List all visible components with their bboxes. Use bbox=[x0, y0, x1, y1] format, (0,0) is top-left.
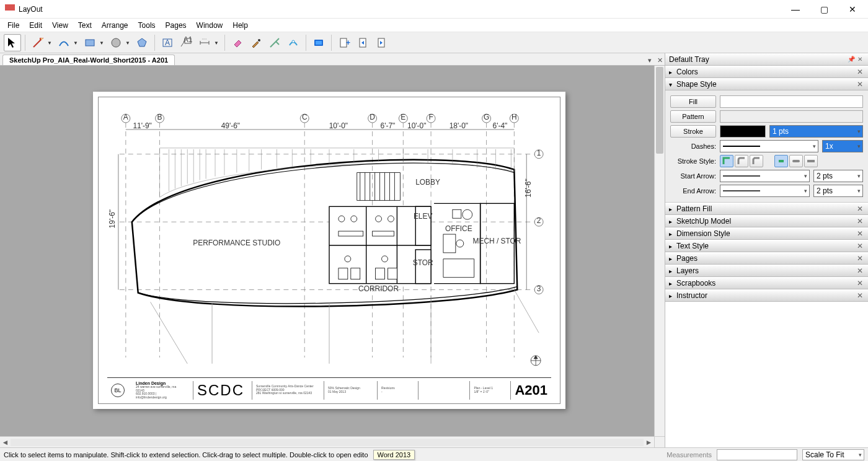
menu-view[interactable]: View bbox=[47, 20, 73, 31]
document-tab[interactable]: SketchUp Pro_AIA_Real-World_Short2015 - … bbox=[2, 55, 175, 65]
svg-text:19'-6": 19'-6" bbox=[108, 209, 117, 228]
stroke-width-combo[interactable]: 1 pts▾ bbox=[769, 125, 863, 138]
menu-file[interactable]: File bbox=[2, 20, 24, 31]
fill-toggle[interactable]: Fill bbox=[670, 95, 716, 108]
svg-point-104 bbox=[456, 240, 464, 247]
svg-text:11'-9": 11'-9" bbox=[133, 121, 151, 130]
scale-combo[interactable]: Scale To Fit▾ bbox=[802, 449, 864, 460]
svg-text:B: B bbox=[157, 113, 162, 121]
stroke-color-swatch[interactable] bbox=[720, 125, 766, 138]
label-tool[interactable]: A1 bbox=[177, 34, 195, 51]
svg-text:OFFICE: OFFICE bbox=[445, 224, 472, 233]
floor-plan-viewport[interactable]: A B C D E F G H 1 2 3 bbox=[107, 106, 551, 375]
sheet-number: A201 bbox=[515, 382, 547, 398]
panel-instructor[interactable]: ▸Instructor✕ bbox=[665, 289, 868, 302]
menu-pages[interactable]: Pages bbox=[161, 20, 192, 31]
dashes-combo[interactable]: ▾ bbox=[720, 140, 818, 152]
panel-text-style[interactable]: ▸Text Style✕ bbox=[665, 240, 868, 252]
svg-text:2: 2 bbox=[537, 216, 541, 225]
document-tabstrip: SketchUp Pro_AIA_Real-World_Short2015 - … bbox=[0, 53, 665, 66]
svg-point-91 bbox=[351, 216, 357, 222]
page-prev-button[interactable] bbox=[354, 34, 371, 51]
svg-point-97 bbox=[382, 256, 388, 262]
tray-header[interactable]: Default Tray 📌 ✕ bbox=[665, 53, 868, 66]
panel-dimension-style[interactable]: ▸Dimension Style✕ bbox=[665, 227, 868, 240]
menu-text[interactable]: Text bbox=[73, 20, 97, 31]
pattern-swatch[interactable] bbox=[720, 110, 863, 123]
close-button[interactable]: ✕ bbox=[838, 0, 867, 19]
circle-tool[interactable]: ▼ bbox=[107, 34, 125, 51]
menu-edit[interactable]: Edit bbox=[24, 20, 47, 31]
tab-close-button[interactable]: ✕ bbox=[655, 55, 665, 65]
tab-list-button[interactable]: ▾ bbox=[645, 55, 655, 65]
close-icon[interactable]: ✕ bbox=[856, 56, 864, 63]
pin-icon[interactable]: 📌 bbox=[847, 56, 856, 63]
minimize-button[interactable]: — bbox=[781, 0, 810, 19]
svg-text:F: F bbox=[428, 113, 433, 121]
close-icon[interactable]: ✕ bbox=[856, 279, 864, 288]
page-next-button[interactable] bbox=[373, 34, 390, 51]
close-icon[interactable]: ✕ bbox=[856, 68, 864, 76]
svg-text:MECH / STOR: MECH / STOR bbox=[473, 237, 521, 245]
dash-scale-combo[interactable]: 1x▾ bbox=[822, 140, 863, 152]
start-arrow-size-combo[interactable]: 2 pts▾ bbox=[813, 170, 863, 182]
measurements-input[interactable] bbox=[717, 449, 797, 460]
close-icon[interactable]: ✕ bbox=[856, 254, 864, 263]
panel-layers[interactable]: ▸Layers✕ bbox=[665, 265, 868, 277]
vertical-scrollbar[interactable] bbox=[654, 66, 665, 436]
rectangle-tool[interactable]: ▼ bbox=[81, 34, 99, 51]
toolbar-separator bbox=[224, 35, 225, 51]
menu-window[interactable]: Window bbox=[192, 20, 228, 31]
corner-bevel-icon[interactable] bbox=[750, 155, 763, 167]
corner-miter-icon[interactable] bbox=[720, 155, 733, 167]
close-icon[interactable]: ✕ bbox=[856, 291, 864, 300]
fill-swatch[interactable] bbox=[720, 95, 863, 108]
line-tool[interactable]: ▼ bbox=[29, 34, 46, 51]
svg-rect-100 bbox=[376, 268, 385, 279]
corner-round-icon[interactable] bbox=[735, 155, 748, 167]
close-icon[interactable]: ✕ bbox=[856, 217, 864, 226]
menu-help[interactable]: Help bbox=[228, 20, 253, 31]
split-tool[interactable] bbox=[266, 34, 283, 51]
status-hint: Click to select items to manipulate. Shi… bbox=[4, 451, 368, 459]
panel-pages[interactable]: ▸Pages✕ bbox=[665, 252, 868, 265]
panel-sketchup-model[interactable]: ▸SketchUp Model✕ bbox=[665, 215, 868, 227]
close-icon[interactable]: ✕ bbox=[856, 80, 864, 89]
start-arrow-combo[interactable]: ▾ bbox=[720, 170, 810, 182]
end-arrow-size-combo[interactable]: 2 pts▾ bbox=[813, 185, 863, 197]
document-area: SketchUp Pro_AIA_Real-World_Short2015 - … bbox=[0, 53, 665, 447]
dimension-tool[interactable]: ▼ bbox=[196, 34, 213, 51]
close-icon[interactable]: ✕ bbox=[856, 204, 864, 213]
cap-round-icon[interactable] bbox=[789, 155, 803, 167]
arc-tool[interactable]: ▼ bbox=[55, 34, 73, 51]
eraser-tool[interactable] bbox=[229, 34, 246, 51]
cap-square-icon[interactable] bbox=[804, 155, 818, 167]
end-arrow-combo[interactable]: ▾ bbox=[720, 185, 810, 197]
close-icon[interactable]: ✕ bbox=[856, 229, 864, 238]
menu-tools[interactable]: Tools bbox=[133, 20, 161, 31]
presentation-tool[interactable] bbox=[310, 34, 327, 51]
panel-pattern-fill[interactable]: ▸Pattern Fill✕ bbox=[665, 203, 868, 215]
svg-point-105 bbox=[463, 209, 472, 219]
svg-rect-106 bbox=[453, 209, 461, 218]
canvas[interactable]: A B C D E F G H 1 2 3 bbox=[0, 66, 665, 447]
stroke-toggle[interactable]: Stroke bbox=[670, 125, 716, 138]
style-eyedropper-tool[interactable] bbox=[247, 34, 265, 51]
layout-page[interactable]: A B C D E F G H 1 2 3 bbox=[93, 92, 565, 409]
close-icon[interactable]: ✕ bbox=[856, 266, 864, 275]
panel-shape-style[interactable]: ▾ Shape Style✕ bbox=[665, 78, 868, 90]
horizontal-scrollbar[interactable]: ◄► bbox=[0, 436, 654, 447]
select-tool[interactable] bbox=[4, 34, 21, 51]
maximize-button[interactable]: ▢ bbox=[810, 0, 838, 19]
panel-scrapbooks[interactable]: ▸Scrapbooks✕ bbox=[665, 277, 868, 289]
pattern-toggle[interactable]: Pattern bbox=[670, 110, 716, 123]
svg-text:E: E bbox=[401, 113, 405, 121]
cap-flat-icon[interactable] bbox=[774, 155, 788, 167]
close-icon[interactable]: ✕ bbox=[856, 242, 864, 250]
polygon-tool[interactable] bbox=[133, 34, 151, 51]
panel-colors[interactable]: ▸ Colors✕ bbox=[665, 66, 868, 78]
menu-arrange[interactable]: Arrange bbox=[97, 20, 133, 31]
join-tool[interactable] bbox=[285, 34, 302, 51]
text-tool[interactable]: A bbox=[159, 34, 176, 51]
page-add-button[interactable]: + bbox=[335, 34, 353, 51]
